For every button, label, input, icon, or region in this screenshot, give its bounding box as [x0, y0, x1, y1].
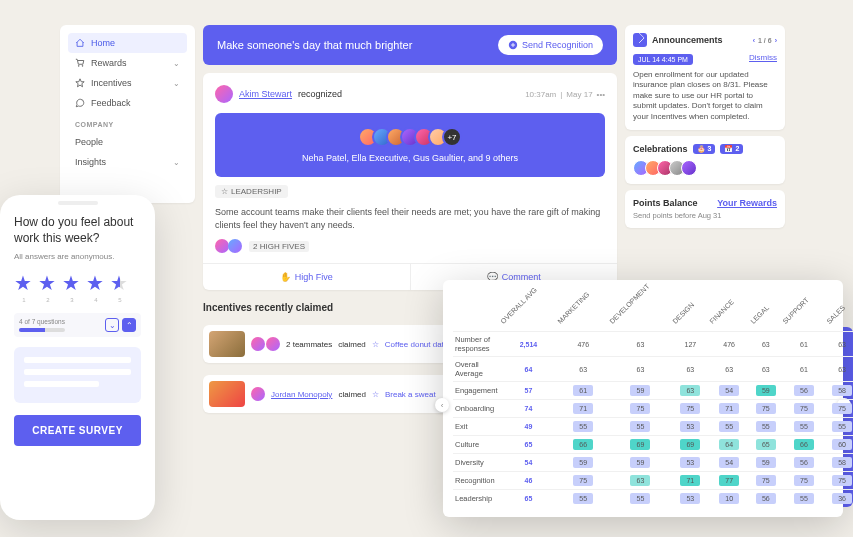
pager: ‹ 1 / 6 ›: [753, 37, 777, 44]
row-label: Exit: [453, 418, 500, 436]
nav-insights[interactable]: Insights⌄: [68, 152, 187, 172]
chevron-left-icon[interactable]: ‹: [753, 37, 755, 44]
chat-icon: [75, 98, 85, 108]
table-row: Engagement576159635459565853: [453, 382, 853, 400]
nav-rewards[interactable]: Rewards ⌄: [68, 53, 187, 73]
nav-feedback[interactable]: Feedback: [68, 93, 187, 113]
feed-time: 10:37am: [525, 90, 556, 99]
prev-button[interactable]: ⌄: [105, 318, 119, 332]
heatmap-cell: 55: [557, 490, 609, 508]
star-rating[interactable]: ★ ★ ★ ★ ★: [14, 273, 141, 293]
badge-count: 3: [708, 145, 712, 152]
button-label: Send Recognition: [522, 40, 593, 50]
incentive-who: 2 teammates: [286, 340, 332, 349]
chevron-down-icon: ⌄: [173, 79, 180, 88]
highfive-button[interactable]: ✋ High Five: [203, 264, 410, 290]
heatmap-cell: 65: [750, 436, 783, 454]
progress-fill: [19, 328, 45, 332]
cake-badge: 🎂 3: [693, 144, 716, 154]
celebrations-panel: Celebrations 🎂 3 📅 2: [625, 136, 785, 184]
banner-text: Make someone's day that much brighter: [217, 39, 412, 51]
celebration-avatars: [633, 160, 777, 176]
more-icon[interactable]: •••: [597, 90, 605, 99]
heatmap-cell: 57: [500, 382, 558, 400]
star-icon[interactable]: ★: [110, 273, 130, 293]
tag-label: LEADERSHIP: [231, 187, 282, 196]
panel-header: Announcements ‹ 1 / 6 ›: [633, 33, 777, 47]
highfive-count: 2 HIGH FIVES: [249, 241, 309, 252]
table-row: Leadership655555531056553655: [453, 490, 853, 508]
feed-author[interactable]: Akim Stewart: [239, 89, 292, 99]
survey-note: All answers are anonymous.: [14, 252, 141, 261]
incentive-what[interactable]: Coffee donut date: [385, 340, 448, 349]
star-icon[interactable]: ★: [62, 273, 82, 293]
heatmap-cell: 55: [782, 418, 826, 436]
heatmap-cell: 58: [826, 382, 853, 400]
next-button[interactable]: ⌃: [122, 318, 136, 332]
heatmap-cell: 64: [709, 436, 750, 454]
heatmap-cell: 66: [782, 436, 826, 454]
heatmap-cell: 63: [609, 472, 672, 490]
chevron-right-icon[interactable]: ›: [775, 37, 777, 44]
incentive-thumbnail: [209, 381, 245, 407]
heatmap-cell: 65: [500, 436, 558, 454]
recipients-text: Neha Patel, Ella Executive, Gus Gaultier…: [229, 153, 591, 163]
nav-label: Incentives: [91, 78, 132, 88]
heatmap-cell: 54: [709, 454, 750, 472]
nav-people[interactable]: People: [68, 132, 187, 152]
heatmap-cell: 63: [672, 382, 709, 400]
heatmap-cell: 53: [672, 418, 709, 436]
chat-plus-icon: [508, 40, 518, 50]
announcements-panel: Announcements ‹ 1 / 6 › JUL 14 4:45 PM D…: [625, 25, 785, 130]
table-row: Recognition467563717775757573: [453, 472, 853, 490]
star-icon[interactable]: ★: [86, 273, 106, 293]
dismiss-link[interactable]: Dismiss: [749, 53, 777, 62]
avatar: [251, 387, 265, 401]
table-row: Diversity545959535459565853: [453, 454, 853, 472]
survey-preview: [14, 347, 141, 403]
placeholder-line: [24, 369, 131, 375]
heatmap-cell: 59: [557, 454, 609, 472]
heatmap-cell: 63: [826, 332, 853, 357]
avatar-overflow[interactable]: +7: [442, 127, 462, 147]
points-subtitle: Send points before Aug 31: [633, 211, 777, 220]
star-icon[interactable]: ★: [14, 273, 34, 293]
highfive-count-row: 2 HIGH FIVES: [215, 239, 605, 253]
avatar: [228, 239, 242, 253]
heatmap-cell: 55: [750, 418, 783, 436]
heatmap-cell: 49: [500, 418, 558, 436]
heatmap-cell: 63: [750, 332, 783, 357]
heatmap-cell: 59: [609, 382, 672, 400]
incentive-verb: claimed: [338, 340, 366, 349]
phone-mockup: How do you feel about work this week? Al…: [0, 195, 155, 520]
heatmap-cell: 60: [826, 436, 853, 454]
feed-meta: 10:37am | May 17 •••: [525, 90, 605, 99]
heatmap-table: OVERALL AVGMARKETINGDEVELOPMENTDESIGNFIN…: [453, 290, 853, 508]
heatmap-cell: 63: [709, 357, 750, 382]
heatmap-cell: 63: [609, 332, 672, 357]
incentive-who[interactable]: Jordan Monopoly: [271, 390, 332, 399]
incentive-what[interactable]: Break a sweat: [385, 390, 436, 399]
nav-home[interactable]: Home: [68, 33, 187, 53]
heatmap-cell: 55: [782, 490, 826, 508]
heatmap-cell: 77: [709, 472, 750, 490]
heatmap-cell: 64: [500, 357, 558, 382]
send-recognition-button[interactable]: Send Recognition: [498, 35, 603, 55]
heatmap-cell: 66: [557, 436, 609, 454]
create-survey-button[interactable]: CREATE SURVEY: [14, 415, 141, 446]
heatmap-cell: 75: [750, 400, 783, 418]
star-icon[interactable]: ★: [38, 273, 58, 293]
panel-header: Points Balance Your Rewards: [633, 198, 777, 208]
table-row: Number of responses2,5144766312747663616…: [453, 332, 853, 357]
row-label: Number of responses: [453, 332, 500, 357]
nav-label: People: [75, 137, 103, 147]
heatmap-cell: 63: [557, 357, 609, 382]
heatmap-cell: 63: [672, 357, 709, 382]
heatmap-cell: 71: [557, 400, 609, 418]
chevron-left-icon[interactable]: ‹: [435, 398, 449, 412]
your-rewards-link[interactable]: Your Rewards: [717, 198, 777, 208]
survey-question: How do you feel about work this week?: [14, 215, 141, 246]
progress-text: 4 of 7 questions: [19, 318, 65, 325]
nav-incentives[interactable]: Incentives ⌄: [68, 73, 187, 93]
avatar: [266, 337, 280, 351]
